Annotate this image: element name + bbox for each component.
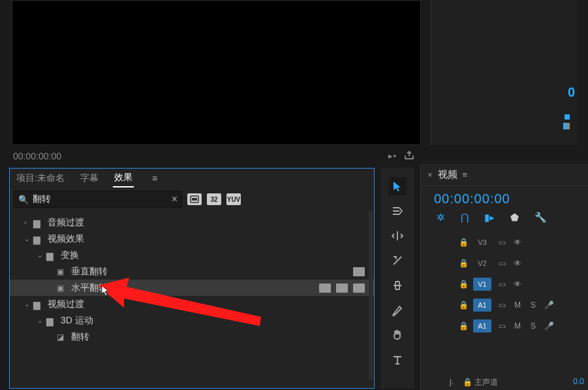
yuv-badge-icon <box>353 284 365 293</box>
toggle-track-output-icon[interactable]: 👁 <box>512 259 523 268</box>
track-a1b[interactable]: 🔒 A1 ▭ M S 🎤 <box>421 316 588 336</box>
track-a1[interactable]: 🔒 A1 ▭ M S 🎤 <box>421 295 588 315</box>
clear-search-icon[interactable]: × <box>172 193 178 205</box>
lock-icon[interactable]: 🔒 <box>459 321 468 331</box>
voiceover-icon[interactable]: 🎤 <box>544 301 554 310</box>
program-monitor <box>12 0 421 145</box>
32bit-badge[interactable]: 32 <box>207 193 221 205</box>
source-patching-icon[interactable]: ▭ <box>497 259 507 268</box>
panel-menu-icon[interactable]: ≡ <box>152 173 157 184</box>
program-monitor-right-strip: 0 <box>431 0 578 145</box>
pen-tool[interactable] <box>388 301 407 319</box>
lock-icon[interactable]: 🔒 <box>459 238 468 247</box>
track-label[interactable]: A1 <box>473 319 491 333</box>
track-label[interactable]: A1 <box>473 299 491 312</box>
tab-project[interactable]: 项目:未命名 <box>15 170 66 187</box>
yuv-badge[interactable]: YUV <box>226 193 241 205</box>
rate-stretch-tool[interactable] <box>388 252 407 270</box>
panel-menu-icon[interactable]: ≡ <box>463 170 468 180</box>
32bit-badge-icon <box>336 284 348 293</box>
accelerated-effects-badge[interactable] <box>187 193 202 205</box>
viewer-transport-bar: 00:00:00:00 ▸▪ <box>12 147 421 165</box>
linked-selection-icon[interactable]: ▮▸ <box>484 212 495 223</box>
tree-folder-video-effects[interactable]: ⌄ ▆ 视频效果 <box>10 231 374 247</box>
source-patching-icon[interactable]: ▭ <box>497 321 507 331</box>
sequence-title[interactable]: 视频 <box>438 169 457 181</box>
folder-icon: ▆ <box>33 218 45 228</box>
in-out-marker[interactable] <box>563 123 570 129</box>
mute-toggle[interactable]: M <box>512 301 523 310</box>
tree-effect-horizontal-flip[interactable]: ▣ 水平翻转 <box>10 280 374 296</box>
export-frame-icon[interactable] <box>404 151 414 162</box>
effects-scrollbar[interactable] <box>369 210 373 380</box>
tab-effects[interactable]: 效果 <box>113 169 134 187</box>
source-patching-icon[interactable]: ▭ <box>497 301 507 310</box>
tree-folder-3d-motion[interactable]: ⌄ ▆ 3D 运动 <box>10 312 374 329</box>
razor-tool[interactable] <box>388 276 407 295</box>
marker-icon[interactable]: ⬟ <box>510 212 519 223</box>
tree-folder-audio-transitions[interactable]: › ▆ 音频过渡 <box>10 214 374 231</box>
master-track-label: 主声道 <box>474 378 498 387</box>
tree-folder-video-transitions[interactable]: ⌄ ▆ 视频过渡 <box>10 296 374 312</box>
tab-captions[interactable]: 字幕 <box>79 170 100 187</box>
panel-tabs: 项目:未命名 字幕 效果 ≡ <box>10 169 374 188</box>
effect-preset-icon: ▣ <box>57 267 69 276</box>
lock-icon[interactable]: 🔒 <box>459 280 468 289</box>
effects-tree: › ▆ 音频过渡 ⌄ ▆ 视频效果 ⌄ ▆ 变换 ▣ 垂直翻转 ▣ 水平翻转 <box>10 213 374 346</box>
source-patching-icon[interactable]: ▭ <box>497 238 507 247</box>
chevron-down-icon: ⌄ <box>37 252 46 259</box>
effects-search[interactable]: 🔍 × <box>14 191 182 208</box>
hand-tool[interactable] <box>388 326 407 344</box>
track-select-forward-tool[interactable] <box>388 202 407 220</box>
tree-effect-vertical-flip[interactable]: ▣ 垂直翻转 <box>10 263 374 280</box>
playhead-marker[interactable] <box>565 114 570 120</box>
footer-value: 0.0 <box>573 377 584 386</box>
mute-toggle[interactable]: M <box>512 321 523 331</box>
effect-preset-icon: ▣ <box>57 284 69 293</box>
svg-rect-1 <box>192 198 197 201</box>
timeline-timecode[interactable]: 00:00:00:00 <box>421 186 588 209</box>
timeline-snap-tools: ✲ ⋂ ▮▸ ⬟ 🔧 <box>421 209 588 229</box>
source-patching-icon[interactable]: ▭ <box>497 280 507 289</box>
voiceover-icon[interactable]: 🎤 <box>544 321 554 331</box>
search-input[interactable] <box>33 194 172 204</box>
timeline-panel: × 视频 ≡ 00:00:00:00 ✲ ⋂ ▮▸ ⬟ 🔧 🔒 V3 ▭ 👁 🔒… <box>420 164 588 390</box>
track-v3[interactable]: 🔒 V3 ▭ 👁 <box>421 233 588 252</box>
solo-toggle[interactable]: S <box>528 321 538 331</box>
chevron-right-icon: › <box>24 219 33 226</box>
track-v2[interactable]: 🔒 V2 ▭ 👁 <box>421 253 588 273</box>
chevron-down-icon: ⌄ <box>24 235 33 242</box>
lock-icon[interactable]: 🔒 <box>459 301 468 310</box>
selection-tool[interactable] <box>388 177 407 195</box>
chevron-down-icon: ⌄ <box>37 317 46 324</box>
track-label[interactable]: V3 <box>473 236 491 249</box>
current-timecode[interactable]: 00:00:00:00 <box>12 151 61 161</box>
step-forward-icon[interactable]: ▸▪ <box>388 151 396 162</box>
folder-icon: ▆ <box>46 316 58 326</box>
accel-badge-icon <box>319 284 331 293</box>
type-tool[interactable] <box>388 351 407 369</box>
folder-icon: ▆ <box>33 234 45 244</box>
lock-icon[interactable]: 🔒 <box>459 259 468 268</box>
track-v1[interactable]: 🔒 V1 ▭ 👁 <box>421 274 588 294</box>
accel-badge-icon <box>353 267 365 276</box>
footer-prefix: j. <box>450 377 454 386</box>
timeline-footer: j. 🔒 主声道 0.0 <box>450 377 584 386</box>
close-icon[interactable]: × <box>427 170 433 180</box>
timecode-partial: 0 <box>568 85 575 100</box>
solo-toggle[interactable]: S <box>528 301 538 310</box>
settings-icon[interactable]: 🔧 <box>534 212 547 223</box>
ripple-edit-tool[interactable] <box>388 227 407 245</box>
track-label[interactable]: V1 <box>473 278 491 291</box>
transition-icon: ◪ <box>57 333 69 342</box>
toggle-track-output-icon[interactable]: 👁 <box>512 238 523 247</box>
tree-folder-transform[interactable]: ⌄ ▆ 变换 <box>10 247 374 263</box>
folder-icon: ▆ <box>33 299 45 310</box>
toggle-track-output-icon[interactable]: 👁 <box>512 280 523 289</box>
snap-icon[interactable]: ⋂ <box>461 212 469 223</box>
tree-effect-flip[interactable]: ◪ 翻转 <box>10 329 374 345</box>
track-headers: 🔒 V3 ▭ 👁 🔒 V2 ▭ 👁 🔒 V1 ▭ 👁 🔒 A1 ▭ M S 🎤 … <box>421 229 588 336</box>
insert-mode-icon[interactable]: ✲ <box>437 212 445 223</box>
track-label[interactable]: V2 <box>473 257 491 270</box>
folder-icon: ▆ <box>46 250 58 261</box>
